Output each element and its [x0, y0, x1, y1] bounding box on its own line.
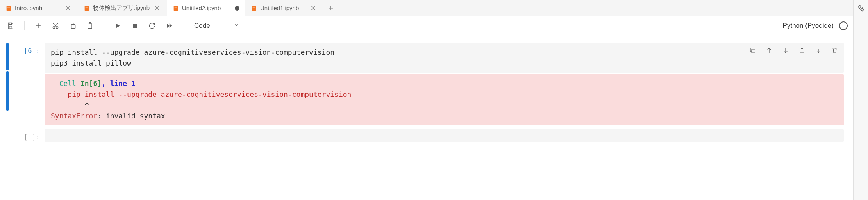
- svg-rect-5: [86, 7, 88, 8]
- duplicate-cell-button[interactable]: [748, 45, 758, 55]
- svg-rect-18: [133, 24, 137, 28]
- kernel-status-icon: [839, 21, 848, 30]
- stop-button[interactable]: [130, 21, 140, 31]
- run-all-button[interactable]: [164, 21, 174, 31]
- separator: [183, 21, 183, 30]
- notebook-body[interactable]: [6]: pip install --upgrade azure-cogniti…: [0, 35, 853, 200]
- restart-button[interactable]: [147, 21, 157, 31]
- tab-untitled1[interactable]: Untitled1.ipynb ×: [245, 0, 323, 16]
- separator: [24, 21, 25, 30]
- execution-prompt: [ ]:: [13, 129, 45, 142]
- delete-cell-button[interactable]: [830, 45, 840, 55]
- svg-rect-12: [9, 26, 12, 28]
- chevron-down-icon: [234, 22, 239, 30]
- code-cell[interactable]: [6]: pip install --upgrade azure-cogniti…: [6, 43, 844, 125]
- tab-label: Untitled1.ipynb: [260, 5, 306, 11]
- right-sidebar: [853, 0, 868, 200]
- tab-bar: Intro.ipynb × 物体検出アプリ.ipynb × Untitled2.…: [0, 0, 853, 16]
- svg-rect-8: [175, 7, 177, 8]
- svg-point-20: [858, 6, 861, 8]
- tab-object-detect[interactable]: 物体検出アプリ.ipynb ×: [78, 0, 167, 16]
- notebook-icon: [173, 5, 179, 11]
- cell-type-select[interactable]: Code: [192, 22, 241, 30]
- tab-label: 物体検出アプリ.ipynb: [93, 4, 150, 12]
- cell-collapse-input[interactable]: [6, 43, 9, 70]
- code-editor[interactable]: [45, 129, 844, 142]
- svg-rect-2: [7, 7, 10, 8]
- svg-rect-10: [253, 7, 255, 7]
- cut-button[interactable]: [50, 21, 61, 31]
- separator: [104, 21, 104, 30]
- insert-cell-button[interactable]: [33, 21, 43, 31]
- notebook-icon: [84, 5, 90, 11]
- execution-prompt: [6]:: [13, 43, 45, 125]
- cell-collapse-output[interactable]: [6, 71, 9, 111]
- notebook-icon: [251, 5, 257, 11]
- svg-rect-1: [7, 7, 10, 7]
- code-cell[interactable]: [ ]:: [6, 129, 844, 142]
- run-button[interactable]: [113, 21, 123, 31]
- tab-intro[interactable]: Intro.ipynb ×: [0, 0, 78, 16]
- insert-below-button[interactable]: [813, 45, 823, 55]
- svg-rect-15: [71, 24, 75, 28]
- copy-button[interactable]: [68, 21, 78, 31]
- unsaved-dot-icon: [235, 6, 239, 11]
- svg-rect-7: [175, 7, 177, 7]
- close-icon[interactable]: ×: [64, 4, 72, 12]
- cell-action-toolbar: [748, 45, 840, 55]
- kernel-name: Python (Pyodide): [783, 22, 834, 30]
- cell-type-label: Code: [194, 22, 210, 30]
- kernel-indicator[interactable]: Python (Pyodide): [783, 21, 848, 30]
- close-icon[interactable]: ×: [153, 4, 161, 12]
- move-up-button[interactable]: [764, 45, 774, 55]
- insert-above-button[interactable]: [797, 45, 807, 55]
- svg-rect-11: [253, 7, 255, 8]
- code-editor[interactable]: pip install --upgrade azure-cognitiveser…: [45, 43, 844, 73]
- svg-rect-19: [752, 49, 755, 53]
- notebook-icon: [5, 5, 12, 11]
- tab-label: Untitled2.ipynb: [182, 5, 232, 11]
- svg-rect-4: [86, 7, 88, 7]
- save-button[interactable]: [5, 21, 16, 31]
- paste-button[interactable]: [85, 21, 95, 31]
- tab-label: Intro.ipynb: [15, 5, 61, 11]
- new-tab-button[interactable]: +: [323, 3, 338, 13]
- cell-output-error: Cell In[6], line 1 pip install --upgrade…: [45, 74, 844, 126]
- settings-icon[interactable]: [856, 3, 866, 13]
- svg-point-21: [861, 8, 863, 11]
- close-icon[interactable]: ×: [309, 4, 318, 12]
- notebook-toolbar: Code Python (Pyodide): [0, 16, 853, 35]
- tab-untitled2[interactable]: Untitled2.ipynb: [167, 0, 245, 16]
- move-down-button[interactable]: [780, 45, 791, 55]
